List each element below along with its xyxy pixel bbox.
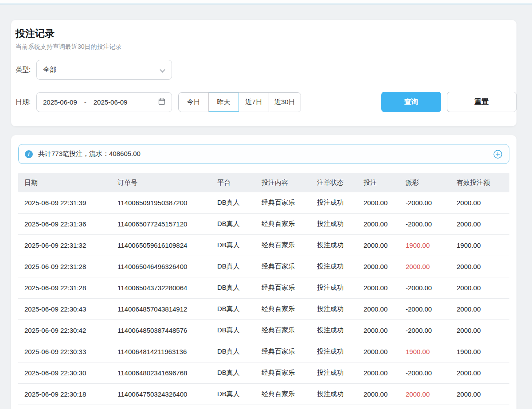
cell-status: 投注成功 [311,326,357,335]
cell-bet-content: 经典百家乐 [255,326,311,335]
reset-button[interactable]: 重置 [447,92,516,112]
cell-valid-amount: 2000.00 [450,263,509,270]
cell-valid-amount: 2000.00 [450,220,509,228]
info-icon: i [25,150,33,158]
cell-payout: -2000.00 [399,369,450,377]
cell-bet-amount: 2000.00 [357,348,399,355]
cell-bet-amount: 2000.00 [357,369,399,377]
cell-platform: DB真人 [211,199,255,207]
chevron-down-icon [160,67,165,73]
date-label: 日期: [16,98,31,106]
quick-range-yesterday[interactable]: 昨天 [209,93,239,112]
cell-bet-amount: 2000.00 [357,242,399,249]
cell-bet-content: 经典百家乐 [255,369,311,377]
table-header-row: 日期 订单号 平台 投注内容 注单状态 投注 派彩 有效投注额 [18,173,509,192]
cell-payout: -2000.00 [399,305,450,313]
page-title: 投注记录 [16,27,55,40]
table-row: 2025-06-09 22:31:28 1140065043732280064 … [18,277,509,299]
cell-bet-amount: 2000.00 [357,305,399,313]
cell-status: 投注成功 [311,262,357,271]
cell-bet-amount: 2000.00 [357,390,399,398]
cell-date: 2025-06-09 22:31:28 [18,263,111,270]
cell-date: 2025-06-09 22:31:28 [18,284,111,292]
cell-platform: DB真人 [211,220,255,228]
header-valid: 有效投注额 [450,179,509,187]
cell-order-number: 1140064750324326400 [111,390,211,398]
cell-platform: DB真人 [211,284,255,292]
cell-order-number: 1140064850387448576 [111,327,211,334]
type-select[interactable]: 全部 [36,60,172,80]
query-button[interactable]: 查询 [381,92,441,112]
filters-card: 投注记录 当前系统支持查询最近30日的投注记录 类型: 全部 日期: 2025-… [11,20,516,126]
cell-valid-amount: 2000.00 [450,327,509,334]
date-range-input[interactable]: 2025-06-09 - 2025-06-09 [36,92,172,112]
cell-order-number: 1140065091950387200 [111,199,211,206]
cell-order-number: 1140064814211963136 [111,348,211,355]
cell-date: 2025-06-09 22:30:18 [18,390,111,398]
table-body: 2025-06-09 22:31:39 1140065091950387200 … [18,192,509,405]
table-row: 2025-06-09 22:30:33 1140064814211963136 … [18,341,509,362]
cell-payout: 1900.00 [399,348,450,355]
cell-bet-amount: 2000.00 [357,284,399,292]
cell-valid-amount: 2000.00 [450,284,509,292]
cell-order-number: 1140065059616109824 [111,242,211,249]
cell-status: 投注成功 [311,241,357,249]
table-row: 2025-06-09 22:30:43 1140064857043814912 … [18,299,509,320]
table-row: 2025-06-09 22:31:36 1140065077245157120 … [18,214,509,235]
table-row: 2025-06-09 22:30:30 1140064802341696768 … [18,362,509,384]
quick-range-7days[interactable]: 近7日 [239,93,269,112]
table-row: 2025-06-09 22:30:18 1140064750324326400 … [18,384,509,405]
summary-text: 共计773笔投注，流水：408605.00 [38,150,141,158]
cell-order-number: 1140064857043814912 [111,305,211,313]
cell-platform: DB真人 [211,326,255,335]
cell-status: 投注成功 [311,369,357,377]
cell-bet-content: 经典百家乐 [255,262,311,271]
header-status: 注单状态 [311,179,357,187]
cell-valid-amount: 1900.00 [450,348,509,355]
table-row: 2025-06-09 22:31:39 1140065091950387200 … [18,192,509,214]
cell-bet-content: 经典百家乐 [255,220,311,228]
cell-bet-content: 经典百家乐 [255,390,311,398]
table-row: 2025-06-09 22:31:28 1140065046496326400 … [18,256,509,277]
cell-platform: DB真人 [211,305,255,313]
cell-status: 投注成功 [311,284,357,292]
cell-payout: -2000.00 [399,220,450,228]
date-end-value: 2025-06-09 [94,98,128,106]
table-row: 2025-06-09 22:30:42 1140064850387448576 … [18,320,509,341]
top-nav-strip [0,0,532,4]
cell-bet-amount: 2000.00 [357,199,399,206]
cell-date: 2025-06-09 22:30:33 [18,348,111,355]
date-start-value: 2025-06-09 [43,98,77,106]
quick-range-today[interactable]: 今日 [179,93,209,112]
cell-date: 2025-06-09 22:30:30 [18,369,111,377]
cell-bet-content: 经典百家乐 [255,305,311,313]
cell-platform: DB真人 [211,241,255,249]
cell-status: 投注成功 [311,390,357,398]
date-separator: - [84,98,86,106]
cell-payout: -2000.00 [399,199,450,206]
quick-range-30days[interactable]: 近30日 [269,93,301,112]
cell-order-number: 1140065046496326400 [111,263,211,270]
cell-order-number: 1140064802341696768 [111,369,211,377]
cell-order-number: 1140065077245157120 [111,220,211,228]
cell-order-number: 1140065043732280064 [111,284,211,292]
cell-valid-amount: 1900.00 [450,242,509,249]
cell-bet-amount: 2000.00 [357,263,399,270]
plus-circle-icon[interactable] [493,149,503,159]
cell-payout: 2000.00 [399,263,450,270]
calendar-icon [158,98,165,106]
cell-platform: DB真人 [211,369,255,377]
cell-payout: 2000.00 [399,390,450,398]
table-row: 2025-06-09 22:31:32 1140065059616109824 … [18,235,509,256]
cell-bet-content: 经典百家乐 [255,284,311,292]
cell-platform: DB真人 [211,390,255,398]
cell-bet-content: 经典百家乐 [255,347,311,356]
cell-platform: DB真人 [211,347,255,356]
cell-status: 投注成功 [311,199,357,207]
cell-status: 投注成功 [311,305,357,313]
cell-status: 投注成功 [311,347,357,356]
cell-bet-content: 经典百家乐 [255,199,311,207]
header-payout: 派彩 [399,179,450,187]
header-order: 订单号 [111,179,211,187]
page-subtitle: 当前系统支持查询最近30日的投注记录 [16,43,122,51]
